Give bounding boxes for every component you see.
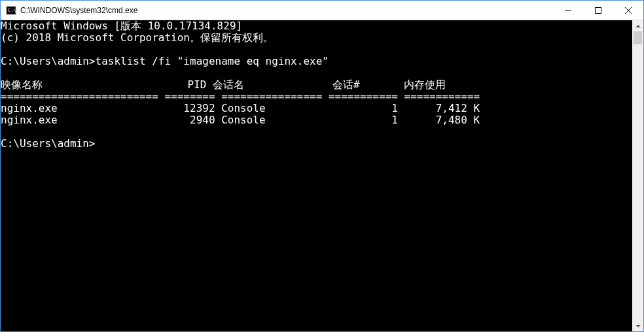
- minimize-button[interactable]: [553, 1, 583, 20]
- command-text: tasklist /fi "imagename eq nginx.exe": [96, 55, 329, 67]
- maximize-button[interactable]: [583, 1, 613, 20]
- col-image-name: 映像名称: [1, 78, 43, 91]
- svg-marker-6: [635, 25, 641, 27]
- prompt: C:\Users\admin>: [1, 137, 96, 150]
- cell-session-num: 1: [391, 102, 398, 114]
- blank-line: [1, 67, 632, 79]
- prompt-line: C:\Users\admin>: [1, 138, 632, 150]
- col-mem-usage: 内存使用: [404, 78, 446, 91]
- titlebar[interactable]: C:\ C:\WINDOWS\system32\cmd.exe: [1, 1, 643, 20]
- cell-mem-usage: 7,480 K: [436, 114, 480, 126]
- cmd-icon: C:\: [6, 5, 16, 16]
- svg-text:C:\: C:\: [8, 8, 16, 13]
- banner-line: Microsoft Windows [版本 10.0.17134.829]: [1, 20, 632, 32]
- blank-line: [1, 44, 632, 56]
- terminal-output[interactable]: Microsoft Windows [版本 10.0.17134.829](c)…: [1, 20, 632, 331]
- table-header: 映像名称 PID 会话名 会话# 内存使用: [1, 79, 632, 91]
- cell-image-name: nginx.exe: [1, 102, 58, 114]
- table-row: nginx.exe 2940 Console 1 7,480 K: [1, 114, 632, 126]
- scrollbar-thumb[interactable]: [634, 31, 642, 44]
- svg-marker-7: [635, 325, 641, 327]
- window-title: C:\WINDOWS\system32\cmd.exe: [20, 6, 553, 15]
- table-row: nginx.exe 12392 Console 1 7,412 K: [1, 103, 632, 114]
- scrollbar-down-arrow[interactable]: [632, 320, 643, 331]
- window-controls: [553, 1, 643, 20]
- cell-pid: 12392: [183, 102, 215, 114]
- cell-pid: 2940: [190, 114, 215, 126]
- cell-session-name: Console: [221, 102, 265, 114]
- scrollbar[interactable]: [632, 20, 643, 331]
- command-line: C:\Users\admin>tasklist /fi "imagename e…: [1, 56, 632, 67]
- prompt: C:\Users\admin>: [1, 55, 96, 67]
- blank-line: [1, 126, 632, 138]
- svg-rect-3: [596, 7, 601, 13]
- cell-session-name: Console: [221, 114, 265, 126]
- col-session-name: 会话名: [213, 78, 244, 91]
- cmd-window: C:\ C:\WINDOWS\system32\cmd.exe Microsof…: [0, 0, 644, 332]
- cell-mem-usage: 7,412 K: [436, 102, 480, 114]
- scrollbar-up-arrow[interactable]: [632, 20, 643, 31]
- terminal-wrapper: Microsoft Windows [版本 10.0.17134.829](c)…: [1, 20, 643, 331]
- scrollbar-track[interactable]: [632, 31, 643, 320]
- banner-line: (c) 2018 Microsoft Corporation。保留所有权利。: [1, 32, 632, 44]
- col-pid: PID: [188, 78, 207, 91]
- cell-session-num: 1: [391, 114, 398, 126]
- close-button[interactable]: [613, 1, 643, 20]
- col-session-num: 会话#: [332, 78, 360, 91]
- table-separator: ========================= ======== =====…: [1, 91, 632, 103]
- cell-image-name: nginx.exe: [1, 114, 58, 126]
